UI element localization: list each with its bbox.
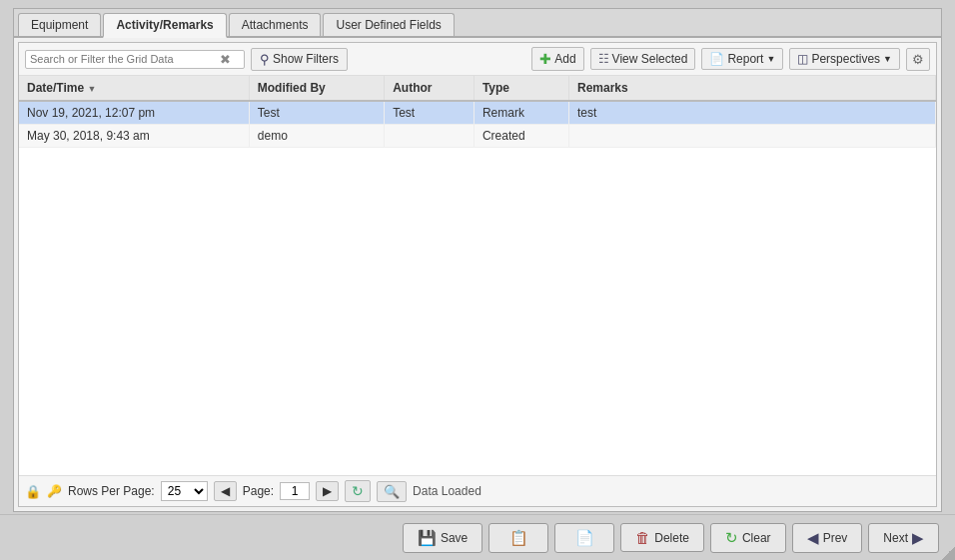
cell-modified_by: demo (249, 125, 384, 148)
table-row[interactable]: May 30, 2018, 9:43 amdemoCreated (19, 125, 936, 148)
refresh-button[interactable]: ↻ (345, 480, 371, 502)
delete-icon: 🗑 (635, 529, 650, 546)
add-label: Add (554, 52, 575, 66)
paste-icon: 📄 (575, 529, 594, 547)
tab-bar: Equipment Activity/Remarks Attachments U… (14, 9, 941, 38)
save-icon: 💾 (418, 529, 437, 547)
view-selected-label: View Selected (612, 52, 688, 66)
add-icon: ✚ (539, 51, 551, 67)
search-input[interactable] (30, 53, 220, 65)
copy-button[interactable]: 📋 (488, 523, 548, 553)
search-clear-icon[interactable]: ✖ (220, 53, 231, 66)
tab-attachments[interactable]: Attachments (229, 13, 322, 36)
next-label: Next (883, 531, 908, 545)
add-button[interactable]: ✚ Add (531, 47, 583, 71)
col-header-modified-by[interactable]: Modified By (249, 76, 384, 101)
show-filters-label: Show Filters (273, 52, 339, 66)
next-icon: ▶ (912, 529, 924, 547)
perspectives-button[interactable]: ◫ Perspectives ▼ (789, 48, 900, 70)
cell-type: Remark (474, 101, 568, 125)
prev-label: Prev (823, 531, 848, 545)
tab-user-defined-fields[interactable]: User Defined Fields (323, 13, 454, 36)
col-header-datetime[interactable]: Date/Time ▼ (19, 76, 249, 101)
cell-remarks (569, 125, 936, 148)
perspectives-dropdown-icon: ▼ (883, 54, 892, 64)
col-header-remarks[interactable]: Remarks (569, 76, 936, 101)
view-selected-button[interactable]: ☷ View Selected (590, 48, 696, 70)
sort-icon-datetime: ▼ (87, 84, 96, 94)
save-label: Save (441, 531, 468, 545)
report-dropdown-icon: ▼ (766, 54, 775, 64)
delete-label: Delete (654, 531, 689, 545)
cell-modified_by: Test (249, 101, 384, 125)
grid-icon: ☷ (598, 52, 609, 66)
cell-author: Test (385, 101, 475, 125)
data-table: Date/Time ▼ Modified By Author Type (19, 76, 936, 148)
page-input[interactable] (280, 482, 310, 500)
report-icon: 📄 (709, 52, 724, 66)
clear-button[interactable]: ↻ Clear (710, 523, 786, 553)
show-filters-button[interactable]: ⚲ Show Filters (251, 48, 348, 71)
data-status: Data Loaded (413, 484, 481, 498)
delete-button[interactable]: 🗑 Delete (620, 523, 704, 552)
key-icon: 🔑 (47, 484, 62, 498)
lock-icon: 🔒 (25, 484, 41, 499)
rows-per-page-label: Rows Per Page: (68, 484, 155, 498)
cell-type: Created (474, 125, 568, 148)
clear-icon: ↻ (725, 529, 738, 547)
next-button[interactable]: Next ▶ (868, 523, 939, 553)
cell-datetime: Nov 19, 2021, 12:07 pm (19, 101, 249, 125)
search-box[interactable]: ✖ (25, 50, 245, 69)
prev-icon: ◀ (807, 529, 819, 547)
resize-handle[interactable] (941, 546, 955, 560)
filter-icon: ⚲ (260, 52, 270, 67)
settings-button[interactable]: ⚙ (906, 48, 930, 71)
paste-button[interactable]: 📄 (554, 523, 614, 553)
grid-toolbar: ✖ ⚲ Show Filters ✚ Add ☷ View Selected (19, 43, 936, 76)
save-button[interactable]: 💾 Save (403, 523, 482, 553)
tab-activity-remarks[interactable]: Activity/Remarks (103, 13, 226, 38)
gear-icon: ⚙ (912, 52, 924, 67)
grid-footer: 🔒 🔑 Rows Per Page: 25 50 100 ◀ Page: ▶ ↻… (19, 475, 936, 506)
cell-author (385, 125, 475, 148)
cell-remarks: test (569, 101, 936, 125)
rows-per-page-select[interactable]: 25 50 100 (161, 481, 208, 501)
prev-page-button[interactable]: ◀ (214, 481, 237, 501)
zoom-button[interactable]: 🔍 (377, 481, 407, 502)
col-header-type[interactable]: Type (474, 76, 568, 101)
prev-button[interactable]: ◀ Prev (792, 523, 863, 553)
table-row[interactable]: Nov 19, 2021, 12:07 pmTestTestRemarktest (19, 101, 936, 125)
next-page-button[interactable]: ▶ (316, 481, 339, 501)
report-button[interactable]: 📄 Report ▼ (701, 48, 783, 70)
table-container: Date/Time ▼ Modified By Author Type (19, 76, 936, 475)
perspectives-icon: ◫ (797, 52, 808, 66)
perspectives-label: Perspectives (811, 52, 880, 66)
cell-datetime: May 30, 2018, 9:43 am (19, 125, 249, 148)
copy-icon: 📋 (509, 529, 528, 547)
clear-label: Clear (742, 531, 771, 545)
table-header-row: Date/Time ▼ Modified By Author Type (19, 76, 936, 101)
report-label: Report (727, 52, 763, 66)
tab-equipment[interactable]: Equipment (18, 13, 101, 36)
page-label: Page: (243, 484, 274, 498)
col-header-author[interactable]: Author (385, 76, 475, 101)
action-bar: 💾 Save 📋 📄 🗑 Delete ↻ Clear ◀ Prev Next … (0, 514, 955, 560)
